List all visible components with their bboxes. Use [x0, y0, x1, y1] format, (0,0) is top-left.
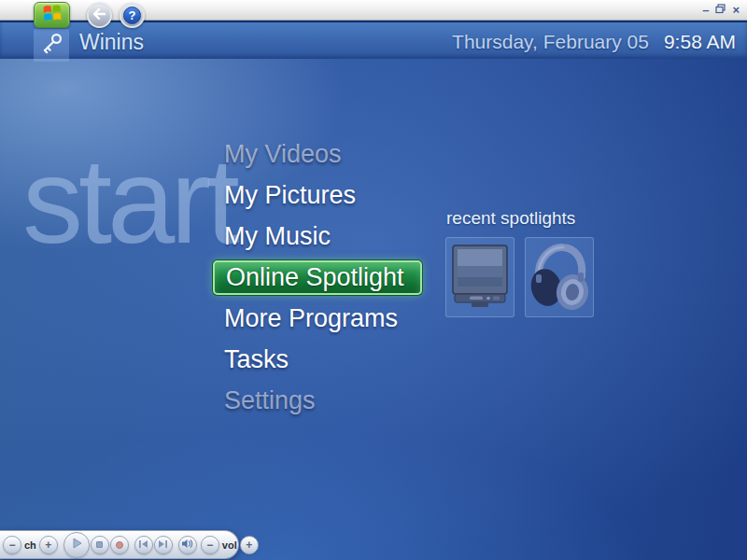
stop-icon	[96, 541, 103, 548]
menu-item-my-videos[interactable]: My Videos	[213, 133, 422, 175]
speaker-icon	[181, 538, 193, 552]
back-button[interactable]	[87, 3, 112, 28]
start-menu: My Videos My Pictures My Music Online Sp…	[213, 133, 422, 421]
minus-icon: −	[206, 539, 213, 551]
start-button[interactable]	[34, 2, 70, 28]
channel-down-button[interactable]: −	[3, 536, 21, 554]
recent-spotlights-row	[445, 237, 594, 317]
date-label: Thursday, February 05	[452, 31, 649, 53]
skip-back-button[interactable]	[134, 536, 153, 554]
spotlight-thumbnail-monitor[interactable]	[445, 237, 514, 317]
header-band: Winins Thursday, February 05 9:58 AM	[0, 21, 747, 59]
skip-back-icon	[138, 538, 148, 552]
key-icon	[39, 31, 64, 60]
record-button[interactable]	[110, 536, 129, 554]
window-controls: – ×	[702, 4, 740, 16]
app-icon-tile	[34, 29, 69, 62]
menu-item-my-pictures[interactable]: My Pictures	[213, 175, 422, 216]
spotlight-thumbnail-headphones[interactable]	[525, 237, 594, 317]
back-arrow-icon	[92, 8, 106, 22]
media-control-bar: − ch + − vol +	[0, 530, 239, 559]
volume-down-button[interactable]: −	[201, 536, 219, 554]
menu-item-more-programs[interactable]: More Programs	[213, 298, 422, 339]
question-mark-icon: ?	[123, 7, 141, 24]
headphones-thumbnail-icon	[528, 239, 591, 315]
plus-icon: +	[45, 539, 51, 551]
datetime: Thursday, February 05 9:58 AM	[452, 31, 736, 53]
monitor-thumbnail-icon	[449, 240, 511, 315]
menu-item-online-spotlight-selected[interactable]: Online Spotlight	[213, 260, 422, 295]
skip-forward-icon	[158, 538, 168, 552]
volume-up-button[interactable]: +	[240, 536, 259, 554]
menu-item-tasks[interactable]: Tasks	[213, 339, 422, 380]
play-icon	[70, 537, 83, 553]
recent-spotlights-label: recent spotlights	[446, 208, 575, 229]
mute-button[interactable]	[178, 536, 197, 554]
volume-label: vol	[220, 539, 239, 551]
minus-icon: −	[8, 539, 15, 551]
menu-item-my-music[interactable]: My Music	[213, 216, 422, 257]
minimize-button[interactable]: –	[702, 4, 709, 16]
windows-flag-icon	[42, 5, 63, 25]
plus-icon: +	[246, 539, 252, 551]
titlebar: – ×	[0, 0, 747, 21]
time-label: 9:58 AM	[664, 31, 736, 53]
restore-icon[interactable]	[715, 4, 726, 16]
help-button[interactable]: ?	[120, 3, 145, 28]
skip-forward-button[interactable]	[154, 536, 173, 554]
channel-up-button[interactable]: +	[39, 536, 58, 554]
stop-button[interactable]	[91, 536, 109, 554]
page-title: Winins	[79, 30, 144, 55]
menu-item-settings[interactable]: Settings	[213, 380, 422, 421]
start-watermark: start	[22, 140, 235, 261]
channel-label: ch	[22, 539, 38, 551]
record-icon	[116, 541, 123, 549]
media-center-window: start – × ?	[0, 0, 747, 560]
close-button[interactable]: ×	[732, 4, 740, 16]
play-button[interactable]	[63, 532, 90, 558]
